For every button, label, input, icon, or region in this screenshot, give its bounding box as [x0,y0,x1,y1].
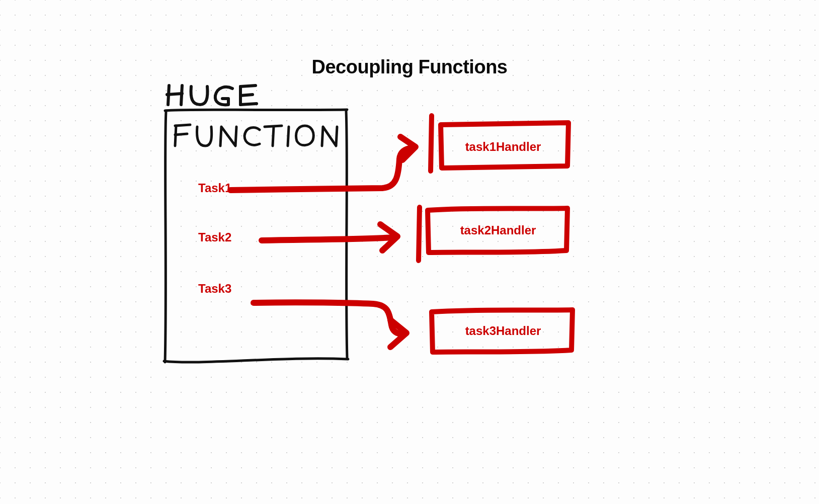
handler3-label: task3Handler [438,324,568,338]
diagram-title: Decoupling Functions [0,56,819,78]
task2-label: Task2 [198,230,231,244]
huge-label-line1 [167,86,257,105]
huge-label-line2 [175,125,337,146]
task3-label: Task3 [198,282,231,296]
handler2-label: task2Handler [433,223,563,237]
task1-label: Task1 [198,181,231,195]
handler1-label: task1Handler [438,140,568,154]
